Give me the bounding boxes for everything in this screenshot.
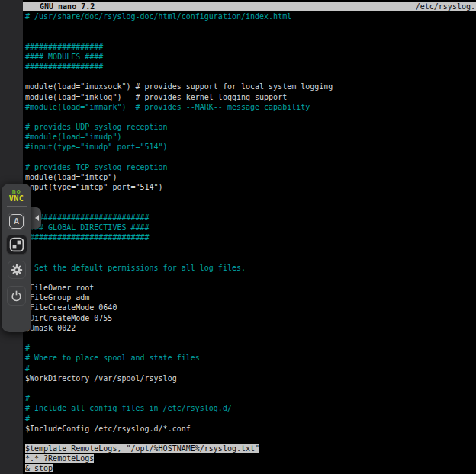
editor-line-text: #	[25, 364, 30, 373]
editor-line	[25, 152, 476, 162]
panel-divider	[7, 206, 27, 207]
editor-line: $FileOwner root	[25, 283, 476, 293]
editor-line: #	[25, 253, 476, 263]
editor-line-text: # Include all config files in /etc/rsysl…	[25, 404, 232, 412]
editor-line-text: $FileGroup adm	[25, 293, 89, 302]
editor-line	[25, 242, 476, 252]
editor-line-text: $FileOwner root	[25, 283, 94, 292]
editor-line-text: ###########################	[25, 233, 150, 242]
editor-line: #	[25, 414, 476, 424]
editor-line: #module(load="imudp")	[25, 132, 476, 142]
terminal[interactable]: GNU nano 7.2 /etc/rsyslog. # /usr/share/…	[23, 0, 476, 474]
editor-line: $FileCreateMode 0640	[25, 303, 476, 312]
editor-line: #### GLOBAL DIRECTIVES ####	[25, 223, 476, 232]
editor-line	[25, 72, 476, 82]
editor-line: input(type="imtcp" port="514")	[25, 182, 476, 192]
editor-line-text: #################	[25, 62, 103, 71]
editor-line-text: #	[25, 415, 30, 423]
settings-button[interactable]	[8, 261, 26, 279]
editor-line: #input(type="imudp" port="514")	[25, 142, 476, 152]
a-key-label: A	[14, 217, 19, 226]
editor-line-text: #### GLOBAL DIRECTIVES ####	[25, 223, 150, 232]
editor-line	[25, 21, 476, 31]
power-icon	[10, 290, 23, 303]
editor-line: module(load="imklog") # provides kernel …	[25, 92, 476, 102]
editor-line: & stop	[25, 463, 476, 473]
editor-line-text: module(load="imuxsock") # provides suppo…	[25, 82, 333, 91]
editor-line-text: ###########################	[25, 213, 150, 222]
editor-line-text: $IncludeConfig /etc/rsyslog.d/*.conf	[25, 424, 191, 433]
editor-line: # provides TCP syslog reception	[25, 162, 476, 172]
editor-line	[25, 333, 476, 343]
editor-line: #################	[25, 62, 476, 72]
editor-line: # Include all config files in /etc/rsysl…	[25, 403, 476, 413]
editor-line-text: $DirCreateMode 0755	[25, 314, 112, 322]
editor-line: #	[25, 343, 476, 353]
novnc-logo: no VNC	[9, 188, 24, 202]
editor-line	[25, 192, 476, 202]
editor-line: $FileGroup adm	[25, 293, 476, 303]
editor-line: #	[25, 364, 476, 373]
editor-line-text: *.* ?RemoteLogs	[25, 454, 94, 463]
editor-line-text: #### MODULES ####	[25, 53, 103, 61]
nano-filename: /etc/rsyslog.	[416, 2, 476, 11]
editor-line-text: & stop	[25, 464, 53, 472]
editor-line: $WorkDirectory /var/spool/rsyslog	[25, 373, 476, 383]
nano-titlebar: GNU nano 7.2 /etc/rsyslog.	[23, 2, 476, 11]
screen: { "theme": { "desktop_bg": "#28282a", "t…	[0, 0, 476, 474]
editor-line: ###########################	[25, 213, 476, 223]
editor-line: # /usr/share/doc/rsyslog-doc/html/config…	[25, 11, 476, 21]
editor-line	[25, 383, 476, 393]
editor-line: #################	[25, 42, 476, 52]
editor-line: #	[25, 273, 476, 283]
editor-line-text: $WorkDirectory /var/spool/rsyslog	[25, 374, 177, 383]
editor-line	[25, 434, 476, 444]
vnc-control-panel: no VNC A	[2, 184, 31, 332]
editor-line: ###########################	[25, 232, 476, 242]
panel-collapse-handle[interactable]	[31, 207, 41, 229]
editor-line: $IncludeConfig /etc/rsyslog.d/*.conf	[25, 424, 476, 434]
editor-line: # Set the default permissions for all lo…	[25, 263, 476, 273]
gear-icon	[11, 264, 23, 276]
editor-line-text: # Set the default permissions for all lo…	[25, 264, 246, 272]
editor-line: #module(load="immark") # provides --MARK…	[25, 102, 476, 112]
editor-line-text: module(load="imtcp")	[25, 173, 117, 181]
editor-line-text: module(load="imklog") # provides kernel …	[25, 93, 287, 101]
editor-line-text: $Umask 0022	[25, 324, 76, 332]
editor-line-text: #	[25, 394, 30, 402]
editor-line-text: # provides UDP syslog reception	[25, 123, 168, 131]
editor-line-text: # /usr/share/doc/rsyslog-doc/html/config…	[25, 12, 291, 21]
editor-line	[25, 203, 476, 213]
editor-line: $Umask 0022	[25, 323, 476, 333]
editor-line: $template RemoteLogs, "/opt/%HOSTNAME%/r…	[25, 444, 476, 453]
editor-line-text: # provides TCP syslog reception	[25, 163, 168, 171]
editor-line: #### MODULES ####	[25, 52, 476, 62]
editor-line-text: # Where to place spool and state files	[25, 354, 200, 362]
editor-line: #	[25, 393, 476, 403]
editor-line: module(load="imtcp")	[25, 172, 476, 182]
editor-line-text: #module(load="imudp")	[25, 133, 121, 141]
editor-line-text: #module(load="immark") # provides --MARK…	[25, 103, 310, 111]
editor-line	[25, 31, 476, 41]
novnc-logo-vnc: VNC	[9, 195, 24, 202]
editor-line: # Where to place spool and state files	[25, 353, 476, 363]
editor-line: # provides UDP syslog reception	[25, 122, 476, 132]
collapse-arrow-icon	[35, 215, 39, 221]
editor-line-text: $template RemoteLogs, "/opt/%HOSTNAME%/r…	[25, 444, 259, 453]
editor-content: # /usr/share/doc/rsyslog-doc/html/config…	[23, 11, 476, 474]
a-key-icon: A	[9, 214, 24, 229]
editor-line-text: input(type="imtcp" port="514")	[25, 183, 163, 191]
fullscreen-button[interactable]	[6, 235, 27, 255]
editor-line: *.* ?RemoteLogs	[25, 453, 476, 463]
editor-line-text: $FileCreateMode 0640	[25, 303, 117, 312]
disconnect-button[interactable]	[7, 286, 26, 306]
editor-line: $DirCreateMode 0755	[25, 313, 476, 323]
editor-line-text: #################	[25, 43, 103, 51]
editor-line	[25, 112, 476, 122]
fullscreen-icon	[9, 237, 24, 252]
extra-keys-button[interactable]: A	[8, 213, 25, 230]
editor-line-text: #	[25, 344, 30, 352]
editor-line-text: #input(type="imudp" port="514")	[25, 143, 168, 151]
editor-line: module(load="imuxsock") # provides suppo…	[25, 82, 476, 91]
nano-version-title: GNU nano 7.2	[40, 2, 95, 11]
